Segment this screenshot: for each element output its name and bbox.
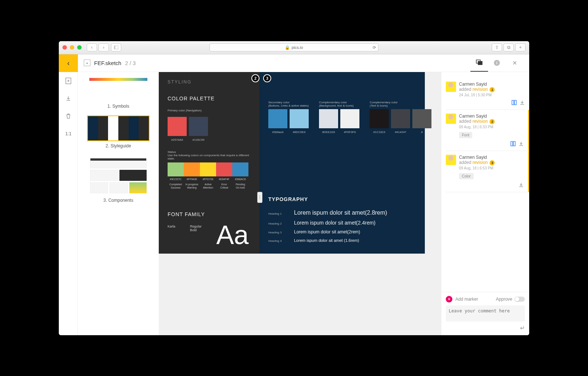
download-revision-icon[interactable]	[519, 182, 524, 187]
font-name: Karla	[168, 225, 175, 246]
svg-rect-6	[478, 61, 482, 65]
approve-label: Approve	[496, 297, 512, 302]
nav-back[interactable]: ‹	[87, 43, 97, 51]
file-header: ▲ FEF.sketch 2 / 3 i ✕	[78, 54, 529, 72]
add-file-icon[interactable]	[59, 72, 78, 90]
artboard-right: Secondary color(Buttons, Links & active …	[259, 72, 425, 254]
url-bar[interactable]: 🔒 pics.io ⟳	[209, 43, 379, 51]
download-revision-icon[interactable]	[520, 100, 525, 105]
svg-rect-1	[114, 46, 115, 49]
marker-2[interactable]: 2	[251, 74, 259, 82]
add-marker-label: Add marker	[455, 297, 478, 302]
traffic-lights	[62, 45, 82, 50]
svg-rect-10	[514, 100, 516, 105]
maximize-window[interactable]	[77, 45, 82, 50]
thumb-1[interactable]: 1. Symbols	[82, 76, 155, 109]
revision-tag: Font	[459, 132, 472, 138]
ratio-button[interactable]: 1:1	[59, 125, 78, 143]
revision-tag: Color	[459, 173, 474, 179]
diff-handle[interactable]	[257, 192, 262, 203]
page-counter: 2 / 3	[125, 60, 136, 66]
download-icon[interactable]	[59, 90, 78, 107]
avatar	[446, 82, 456, 92]
thumbnails-panel: 1. Symbols 2. Styleguide	[78, 72, 159, 335]
back-button[interactable]: ‹	[59, 54, 78, 72]
fontfamily-title: FONT FAMILY	[168, 211, 251, 217]
download-revision-icon[interactable]	[519, 141, 524, 146]
thumb-3[interactable]: 3. Components	[82, 155, 155, 203]
avatar	[446, 114, 456, 124]
nav-forward[interactable]: ›	[98, 43, 109, 51]
browser-window: ‹ › 🔒 pics.io ⟳ ⇪ ⧉ + ‹	[59, 41, 529, 335]
close-button[interactable]: ✕	[506, 54, 523, 72]
typography-title: TYPOGRAPHY	[268, 196, 416, 202]
info-tab[interactable]: i	[488, 54, 506, 72]
artboard-left: STYLING COLOR PALETTE Primary color (Nav…	[159, 72, 259, 254]
comment-area: + Add marker Approve ↵	[441, 292, 529, 335]
tool-strip: ‹ 1:1	[59, 54, 78, 335]
svg-text:i: i	[496, 61, 497, 65]
close-window[interactable]	[62, 45, 67, 50]
add-marker-button[interactable]: +	[446, 296, 452, 302]
comments-tab[interactable]	[470, 54, 488, 72]
compare-icon[interactable]	[510, 141, 516, 146]
compare-icon[interactable]	[512, 100, 517, 105]
svg-rect-11	[511, 142, 513, 146]
revision-item[interactable]: Carmen Sayid added revision 3 09 Aug, 18…	[446, 151, 529, 192]
avatar	[446, 155, 456, 165]
revision-item[interactable]: Carmen Sayid added revision 1 24 Jul, 18…	[446, 78, 525, 110]
approve-toggle[interactable]	[514, 297, 525, 302]
url-text: pics.io	[291, 45, 303, 50]
trash-icon[interactable]	[59, 107, 78, 125]
svg-rect-9	[512, 100, 514, 105]
styling-title: STYLING	[168, 79, 251, 85]
revision-item[interactable]: Carmen Sayid added revision 2 09 Aug, 18…	[446, 110, 529, 151]
sidebar-toggle[interactable]	[111, 43, 121, 51]
revisions-panel: Carmen Sayid added revision 1 24 Jul, 18…	[441, 72, 529, 335]
comment-input[interactable]	[446, 305, 525, 322]
lock-icon: 🔒	[285, 45, 290, 50]
tabs-icon[interactable]: ⧉	[503, 43, 514, 51]
send-icon[interactable]: ↵	[446, 325, 525, 332]
image-icon: ▲	[84, 60, 90, 66]
share-icon[interactable]: ⇪	[492, 43, 502, 51]
canvas[interactable]: STYLING COLOR PALETTE Primary color (Nav…	[159, 72, 441, 335]
minimize-window[interactable]	[70, 45, 74, 50]
font-sample: Aa	[216, 225, 249, 246]
marker-3[interactable]: 3	[263, 74, 271, 82]
palette-title: COLOR PALETTE	[168, 96, 251, 101]
thumb-2[interactable]: 2. Styleguide	[82, 115, 155, 148]
filename: FEF.sketch	[94, 60, 121, 66]
titlebar: ‹ › 🔒 pics.io ⟳ ⇪ ⧉ +	[59, 41, 529, 54]
new-tab[interactable]: +	[515, 43, 526, 51]
reload-icon[interactable]: ⟳	[373, 45, 376, 50]
svg-rect-12	[513, 142, 515, 146]
